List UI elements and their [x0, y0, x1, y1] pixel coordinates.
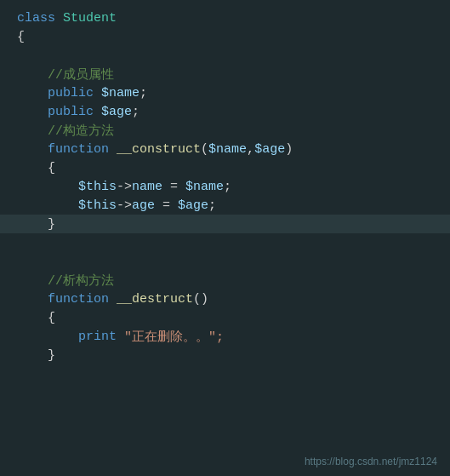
code-line: public $age;	[0, 102, 450, 121]
code-line	[0, 252, 450, 271]
plain-token	[55, 11, 63, 26]
code-line: //析构方法	[0, 271, 450, 290]
plain-token: ->	[117, 198, 132, 213]
brace-token: {	[17, 30, 25, 44]
variable-token: $name	[101, 86, 140, 100]
comment-token: //构造方法	[48, 123, 114, 139]
plain-token	[117, 330, 124, 344]
code-line: $this->age = $age;	[0, 196, 450, 215]
plain-token	[17, 86, 48, 100]
keyword-token: print	[78, 330, 117, 344]
code-line: }	[0, 215, 450, 233]
keyword-token: function	[48, 142, 109, 157]
plain-token: ;	[140, 86, 147, 100]
string-token: "正在删除。。";	[124, 329, 224, 345]
plain-token: =	[162, 180, 185, 194]
property-token: name	[132, 180, 162, 194]
plain-token	[17, 255, 48, 269]
plain-token	[17, 348, 48, 363]
plain-token: ()	[193, 292, 208, 307]
code-line: function __destruct()	[0, 290, 450, 308]
plain-token	[17, 198, 78, 213]
code-editor: class Student{ //成员属性 public $name; publ…	[0, 0, 450, 476]
param-token: $age	[254, 142, 285, 157]
code-content: class Student{ //成员属性 public $name; publ…	[0, 9, 450, 364]
plain-token	[17, 142, 48, 157]
code-line: class Student	[0, 9, 450, 27]
plain-token	[17, 236, 48, 250]
comment-token: //析构方法	[48, 272, 114, 289]
function-name-token: __destruct	[117, 292, 193, 307]
variable-token: $age	[178, 198, 208, 213]
variable-token: $age	[101, 105, 132, 119]
plain-token: (	[201, 142, 208, 157]
code-line	[0, 46, 450, 65]
code-line	[0, 233, 450, 252]
code-line: }	[0, 346, 450, 364]
plain-token	[17, 311, 48, 325]
watermark: https://blog.csdn.net/jmz1124	[305, 456, 437, 467]
plain-token	[17, 49, 48, 63]
plain-token	[94, 86, 101, 100]
plain-token	[109, 142, 117, 157]
plain-token	[17, 105, 48, 119]
plain-token	[109, 292, 117, 307]
plain-token: ;	[224, 180, 231, 194]
param-token: $name	[208, 142, 247, 157]
code-line: print "正在删除。。";	[0, 327, 450, 346]
plain-token: ;	[208, 198, 216, 213]
comment-token: //成员属性	[48, 66, 114, 83]
plain-token	[17, 330, 78, 344]
brace-token: }	[48, 217, 55, 232]
code-line: public $name;	[0, 83, 450, 102]
variable-token: $name	[185, 180, 224, 194]
brace-token: }	[48, 348, 55, 363]
plain-token: ->	[117, 180, 132, 194]
modifier-token: public	[48, 86, 94, 100]
modifier-token: public	[48, 105, 94, 119]
code-line: {	[0, 158, 450, 177]
plain-token	[17, 67, 48, 82]
plain-token	[17, 123, 48, 138]
keyword-token: function	[48, 292, 109, 307]
code-line: {	[0, 27, 450, 46]
keyword-token: class	[17, 11, 55, 26]
plain-token	[17, 217, 48, 232]
property-token: age	[132, 198, 155, 213]
plain-token	[94, 105, 101, 119]
plain-token	[17, 292, 48, 307]
function-name-token: __construct	[117, 142, 201, 157]
plain-token: =	[155, 198, 178, 213]
code-line: $this->name = $name;	[0, 177, 450, 196]
plain-token: )	[285, 142, 293, 157]
plain-token	[17, 180, 78, 194]
code-line: {	[0, 308, 450, 327]
brace-token: {	[48, 161, 55, 175]
code-line: //构造方法	[0, 121, 450, 140]
plain-token: ;	[132, 105, 140, 119]
variable-token: $this	[78, 180, 117, 194]
code-line: function __construct($name,$age)	[0, 140, 450, 158]
plain-token	[17, 273, 48, 288]
plain-token	[17, 161, 48, 175]
brace-token: {	[48, 311, 55, 325]
class-name-token: Student	[63, 11, 117, 26]
plain-token: ,	[247, 142, 254, 157]
code-line: //成员属性	[0, 65, 450, 83]
variable-token: $this	[78, 198, 117, 213]
